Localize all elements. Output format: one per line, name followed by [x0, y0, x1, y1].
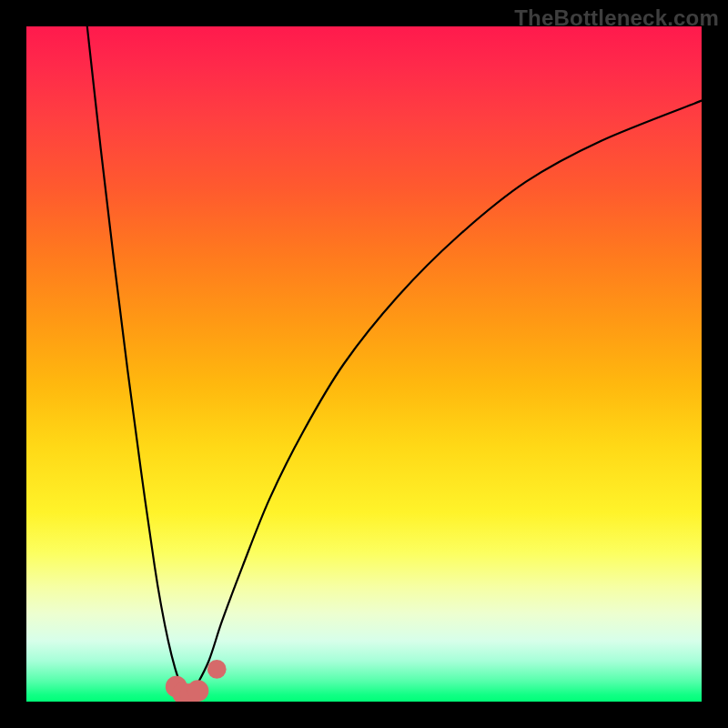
curve-layer	[26, 26, 702, 702]
outer-frame: TheBottleneck.com	[0, 0, 728, 728]
plot-area	[26, 26, 702, 702]
curve-left-branch	[87, 26, 182, 688]
marker-upper	[207, 660, 227, 679]
min-cluster-right	[187, 680, 209, 702]
curve-right-branch	[196, 101, 703, 689]
attribution-text: TheBottleneck.com	[514, 5, 719, 31]
